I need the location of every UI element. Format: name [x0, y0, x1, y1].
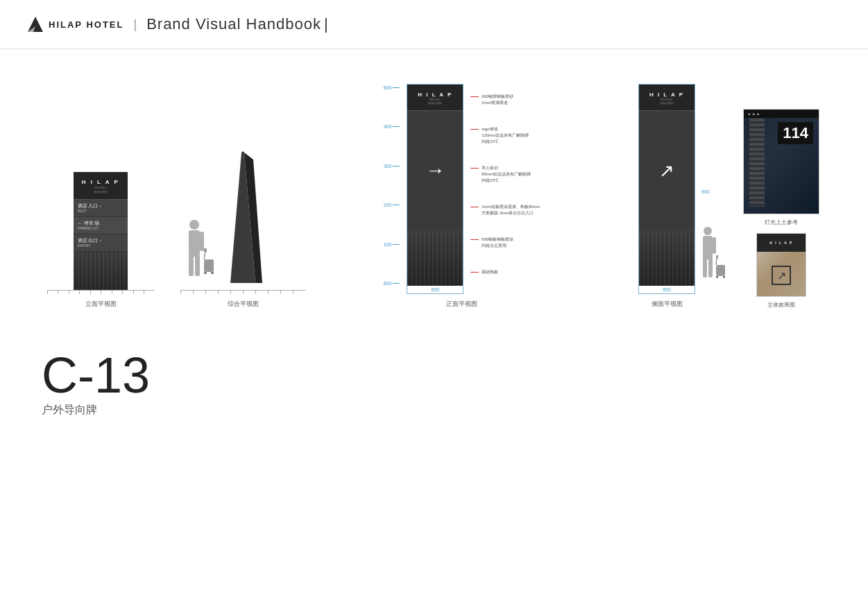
svg-rect-9	[200, 232, 204, 251]
diagram-front: H I L A P HOTEL 喜来品酒店 酒店入口→ INLET ← 停车场 …	[42, 172, 160, 309]
sign-row-2-main: ← 停车场	[78, 221, 124, 227]
photo-stripe	[749, 117, 765, 207]
sign-row-1-main: 酒店入口→	[78, 203, 124, 209]
person-side	[698, 225, 729, 293]
annot-4-text: 2mm铝板喷涂底漆、构板80mm方形蒙版 3mm条点位位入口	[482, 204, 540, 216]
svg-rect-23	[716, 276, 718, 278]
right-annotations: 600铭牌铜板喷砂2mm喷漆两道 logo铸造120mm边边具有厂解除牌内箱25…	[470, 84, 540, 285]
ann-sign-logo: H I L A P HOTEL 喜来品酒店	[407, 85, 463, 111]
svg-line-21	[716, 258, 717, 265]
side-label: 侧面平视图	[652, 300, 683, 309]
small-arrow-icon: ↗	[777, 269, 786, 282]
brand-name: HILAP HOTEL	[49, 19, 124, 30]
room-number: 114	[778, 122, 813, 144]
svg-rect-17	[703, 258, 707, 277]
svg-rect-24	[723, 276, 725, 278]
diagram-annotated-front: 600 400 300 200	[326, 84, 597, 309]
small-photo-arrow: ↗	[772, 266, 791, 285]
sign-logo-section: H I L A P HOTEL 喜来品酒店	[74, 172, 128, 200]
sign-hotel-text: HOTEL	[79, 186, 122, 189]
photo-topbar: ■ ■ ■	[744, 110, 819, 118]
svg-rect-14	[211, 272, 214, 274]
header: HILAP HOTEL | Brand Visual Handbook |	[0, 0, 868, 49]
ground-perspective	[180, 290, 305, 294]
side-logo-text: H I L A P	[645, 92, 689, 98]
dim-300-text: 300	[384, 164, 392, 169]
dim-100-text: 100	[384, 242, 392, 247]
side-sign-body: H I L A P HOTEL 喜来品酒店 ↗	[639, 85, 695, 286]
sign-row-2: ← 停车场 PARKING LOT	[74, 217, 128, 234]
front-label: 立面平视图	[85, 300, 117, 309]
annotated-front-label: 正面平视图	[446, 300, 477, 309]
photo-topbar-text: ■ ■ ■	[748, 112, 760, 116]
svg-rect-12	[204, 248, 207, 252]
sign-row-1-sub: INLET	[78, 209, 124, 213]
annot-1-text: 600铭牌铜板喷砂2mm喷漆两道	[482, 94, 513, 106]
arrow-up-right-icon: ↗	[659, 160, 674, 182]
svg-rect-7	[189, 255, 194, 276]
perspective-label: 综合平视图	[228, 300, 259, 309]
svg-marker-0	[28, 17, 43, 32]
side-view-wrap: H I L A P HOTEL 喜来品酒店 ↗	[638, 84, 695, 294]
sign-row-3: 酒店出口→ EXPORT	[74, 234, 128, 252]
small-photo-top: H I L A P	[757, 234, 806, 252]
person-side-svg	[698, 225, 729, 291]
annot-5: 600铜板钢板喷涂内箱点位置用	[470, 237, 540, 249]
svg-rect-20	[716, 265, 725, 276]
svg-rect-16	[703, 236, 713, 259]
dim-300: 300	[384, 164, 400, 169]
bottom-section: C-13 户外导向牌	[0, 323, 868, 431]
diagram-side: H I L A P HOTEL 喜来品酒店 ↗	[611, 84, 722, 309]
dim-200: 200	[384, 203, 400, 207]
annotated-front-wrap: 600 400 300 200	[384, 84, 541, 294]
left-dims: 600 400 300 200	[384, 84, 400, 287]
dim-bottom: 600	[407, 286, 463, 293]
obelisk-svg	[215, 151, 271, 290]
svg-rect-8	[195, 255, 200, 276]
perspective-body	[180, 151, 305, 294]
divider-1: |	[133, 17, 137, 32]
photo-ref-label: 灯光上土参考	[765, 218, 798, 226]
photos-wrap: 114 ■ ■ ■ 灯光上土参考 H I L A P	[743, 109, 819, 309]
sign-row-3-main: 酒店出口→	[78, 238, 124, 244]
dim-600-text: 600	[384, 85, 392, 90]
sign-logo-text: H I L A P	[79, 179, 122, 185]
sign-sub-text: 喜来品酒店	[79, 190, 122, 194]
ground-front	[47, 290, 155, 294]
diagram-perspective: 综合平视图	[173, 151, 312, 309]
dim-800-text: 800	[384, 281, 392, 286]
annot-3-text: 导人标识85mm铝边边具有厂解除牌内箱25℃	[482, 165, 531, 184]
annot-2-text: logo铸造120mm边边具有厂解除牌内箱25℃	[482, 126, 529, 145]
annot-6-text: 基础地板	[482, 269, 498, 275]
dim-600: 600	[384, 85, 400, 90]
svg-rect-18	[708, 258, 713, 277]
side-arrow-area: ↗	[639, 111, 695, 230]
annotated-sign-body: H I L A P HOTEL 喜来品酒店 →	[407, 85, 463, 286]
handbook-title: Brand Visual Handbook	[146, 15, 321, 33]
svg-marker-4	[241, 151, 244, 153]
annot-2: logo铸造120mm边边具有厂解除牌内箱25℃	[470, 126, 540, 145]
side-800-label: 800	[701, 189, 710, 194]
diagram-photos: 114 ■ ■ ■ 灯光上土参考 H I L A P	[736, 109, 826, 309]
dim-800: 800	[384, 281, 400, 286]
side-bottom-dim: 600	[639, 286, 695, 293]
annot-6: 基础地板	[470, 269, 540, 275]
ann-sub-text: 喜来品酒店	[413, 101, 457, 105]
main-photo: 114 ■ ■ ■	[743, 109, 819, 214]
annot-5-text: 600铜板钢板喷涂内箱点位置用	[482, 237, 513, 249]
page-number: C-13	[42, 350, 826, 400]
sign-row-1: 酒店入口→ INLET	[74, 200, 128, 217]
small-logo-text: H I L A P	[769, 241, 793, 245]
svg-rect-13	[204, 272, 207, 274]
svg-rect-10	[204, 259, 214, 272]
room-number-text: 114	[783, 124, 808, 141]
small-photo: H I L A P ↗	[756, 233, 806, 297]
svg-point-15	[704, 227, 712, 235]
sign-bottom-pattern	[74, 252, 128, 290]
small-photo-label: 立体效果图	[767, 301, 795, 309]
side-logo: H I L A P HOTEL 喜来品酒店	[639, 85, 695, 111]
person-silhouette	[182, 218, 216, 287]
svg-rect-6	[189, 230, 200, 257]
arrow-right-icon: →	[425, 160, 445, 182]
ann-logo-text: H I L A P	[413, 92, 457, 98]
